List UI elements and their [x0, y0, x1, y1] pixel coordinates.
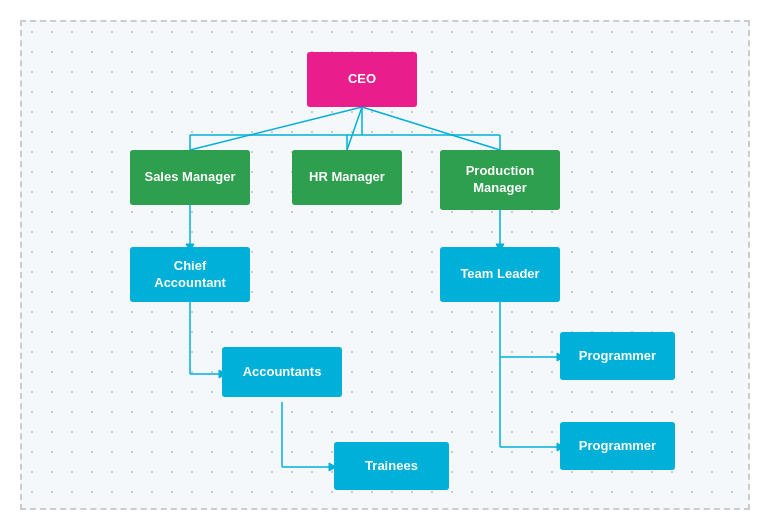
svg-line-0 — [190, 107, 362, 150]
chief-accountant-node: Chief Accountant — [130, 247, 250, 302]
programmer1-node: Programmer — [560, 332, 675, 380]
sales-manager-node: Sales Manager — [130, 150, 250, 205]
production-manager-node: Production Manager — [440, 150, 560, 210]
trainees-node: Trainees — [334, 442, 449, 490]
programmer2-node: Programmer — [560, 422, 675, 470]
accountants-node: Accountants — [222, 347, 342, 397]
team-leader-node: Team Leader — [440, 247, 560, 302]
svg-line-1 — [347, 107, 362, 150]
svg-line-2 — [362, 107, 500, 150]
org-chart-canvas: CEO Sales Manager HR Manager Production … — [20, 20, 750, 510]
hr-manager-node: HR Manager — [292, 150, 402, 205]
ceo-node: CEO — [307, 52, 417, 107]
